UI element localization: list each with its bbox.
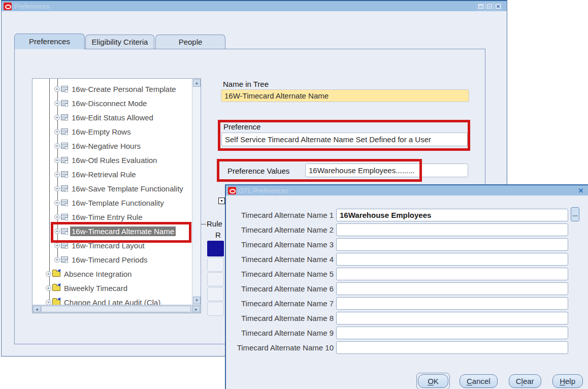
expand-plus-icon[interactable]: +	[46, 271, 51, 277]
expand-plus-icon[interactable]: +	[54, 257, 60, 263]
pref-node-icon	[61, 185, 68, 191]
rule-cell[interactable]	[207, 272, 224, 286]
timecard-alternate-name-label: Timecard Alternate Name 10	[230, 343, 334, 352]
window-title: Preferences	[14, 3, 50, 10]
tree-item[interactable]: + 16w-Save Template Functionality	[32, 181, 201, 196]
expand-plus-icon[interactable]: +	[54, 214, 60, 220]
rules-column-label: R	[215, 231, 221, 239]
close-icon[interactable]: ✕	[577, 187, 585, 195]
timecard-alternate-name-input[interactable]	[336, 253, 568, 266]
dialog-titlebar[interactable]: OTL Preferences ✕	[226, 184, 588, 196]
pref-node-icon	[61, 171, 68, 177]
expand-plus-icon[interactable]: +	[54, 101, 60, 106]
timecard-alternate-name-input[interactable]	[336, 312, 568, 325]
tree-item-label: 16w-Save Template Functionality	[70, 184, 185, 193]
timecard-alternate-name-input[interactable]	[336, 209, 568, 221]
tree-item-label: 16w-Time Entry Rule	[70, 212, 144, 222]
expand-plus-icon[interactable]: +	[54, 86, 60, 92]
lov-ellipsis-button[interactable]: …	[571, 207, 579, 221]
tree-item-label: 16w-Empty Rows	[70, 127, 133, 137]
timecard-alternate-name-input[interactable]	[336, 297, 568, 310]
tree-item[interactable]: + 16w-Negative Hours	[32, 139, 201, 153]
tree-item[interactable]: + Biweekly Timecard	[32, 281, 201, 295]
dialog-button-bar: OKCancelClearHelp	[418, 374, 583, 388]
tree-item[interactable]: + 16w-Template Functionality	[32, 196, 201, 210]
tab-preferences[interactable]: Preferences	[14, 34, 85, 49]
dialog-title: OTL Preferences	[239, 187, 289, 195]
tree-item[interactable]: + 16w-Disconnect Mode	[32, 96, 201, 110]
folder-icon	[52, 285, 60, 291]
oracle-logo-icon	[4, 3, 12, 10]
timecard-alternate-name-input[interactable]	[336, 223, 568, 236]
scroll-left-icon[interactable]: ◄	[33, 306, 41, 312]
name-in-tree-label: Name in Tree	[223, 80, 269, 88]
expand-plus-icon[interactable]: +	[54, 115, 60, 120]
timecard-alternate-name-input[interactable]	[336, 341, 568, 354]
window-titlebar[interactable]: Preferences ─ □ ✕	[2, 0, 507, 11]
expand-plus-icon[interactable]: +	[54, 186, 60, 191]
scrollbar-thumb[interactable]	[41, 306, 191, 312]
ok-button[interactable]: OK	[418, 374, 448, 388]
cancel-button[interactable]: Cancel	[460, 374, 498, 388]
timecard-alternate-name-label: Timecard Alternate Name 7	[230, 299, 334, 308]
annotation-box-preference-values	[217, 159, 422, 182]
pref-node-icon	[61, 157, 68, 163]
preferences-tree: + 16w-Create Personal Template + 16w-Dis…	[32, 78, 201, 313]
selected-rule-cell[interactable]	[207, 241, 224, 256]
timecard-alternate-name-label: Timecard Alternate Name 5	[230, 270, 334, 278]
timecard-alternate-name-label: Timecard Alternate Name 8	[230, 314, 334, 322]
expand-plus-icon[interactable]: +	[54, 200, 60, 206]
expand-plus-icon[interactable]: +	[54, 143, 60, 149]
clear-button[interactable]: Clear	[509, 374, 541, 388]
timecard-alternate-name-label: Timecard Alternate Name 2	[230, 225, 334, 234]
timecard-alternate-name-input[interactable]	[336, 238, 568, 251]
tree-item[interactable]: + 16w-Timecard Periods	[32, 252, 201, 267]
pref-node-icon	[61, 200, 68, 206]
expand-plus-icon[interactable]: +	[46, 285, 51, 291]
otl-preferences-dialog: OTL Preferences ✕ Timecard Alternate Nam…	[225, 184, 588, 389]
scroll-right-icon[interactable]: ►	[192, 306, 200, 312]
tree-item-label: 16w-Template Functionality	[70, 198, 166, 208]
rule-cell[interactable]	[207, 287, 224, 301]
rule-cell[interactable]	[207, 257, 224, 272]
tree-item-label: Absence Integration	[62, 269, 133, 279]
oracle-logo-icon	[228, 187, 236, 195]
tree-item[interactable]: + 16w-Retrieval Rule	[32, 167, 201, 181]
tab-eligibility-criteria[interactable]: Eligibility Criteria	[85, 35, 154, 49]
timecard-alternate-name-label: Timecard Alternate Name 3	[230, 240, 334, 249]
close-button[interactable]: ✕	[495, 3, 502, 10]
expand-plus-icon[interactable]: +	[54, 129, 60, 135]
tree-item-label: 16w-Create Personal Template	[70, 84, 178, 94]
tab-people[interactable]: People	[155, 35, 225, 49]
tree-item[interactable]: + 16w-Empty Rows	[32, 124, 201, 139]
maximize-button[interactable]: □	[486, 3, 493, 10]
timecard-alternate-name-input[interactable]	[336, 282, 568, 295]
expand-plus-icon[interactable]: +	[46, 300, 51, 305]
rules-group-border	[201, 224, 206, 224]
folder-icon	[52, 300, 60, 305]
tree-horizontal-scrollbar[interactable]: ◄ ►	[32, 305, 201, 313]
tree-item[interactable]: + 16w-Otl Rules Evaluation	[32, 153, 201, 167]
help-button[interactable]: Help	[552, 374, 583, 388]
timecard-alternate-name-label: Timecard Alternate Name 6	[230, 284, 334, 293]
dropdown-arrow-icon[interactable]: ▼	[218, 198, 225, 204]
tree-item[interactable]: + 16w-Create Personal Template	[32, 82, 201, 96]
pref-node-icon	[61, 128, 68, 135]
screenshot-canvas: Preferences ─ □ ✕ Preferences Eligibilit…	[0, 0, 588, 389]
rule-cell[interactable]	[207, 302, 224, 316]
timecard-alternate-name-input[interactable]	[336, 268, 568, 280]
tree-item[interactable]: + 16w-Edit Status Allowed	[32, 110, 201, 124]
tree-item-label: 16w-Timecard Periods	[70, 255, 149, 265]
name-in-tree-field[interactable]: 16W-Timecard Alternate Name	[221, 89, 469, 102]
tree-item[interactable]: + Absence Integration	[32, 267, 201, 281]
timecard-alternate-name-input[interactable]	[336, 327, 568, 339]
tree-item-label: 16w-Negative Hours	[70, 141, 142, 151]
expand-plus-icon[interactable]: +	[54, 243, 60, 248]
expand-plus-icon[interactable]: +	[54, 157, 60, 163]
pref-node-icon	[61, 143, 68, 149]
pref-node-icon	[61, 242, 68, 248]
pref-node-icon	[61, 114, 68, 120]
minimize-button[interactable]: ─	[477, 3, 484, 10]
tree-item-label: 16w-Otl Rules Evaluation	[70, 155, 158, 165]
expand-plus-icon[interactable]: +	[54, 172, 60, 177]
